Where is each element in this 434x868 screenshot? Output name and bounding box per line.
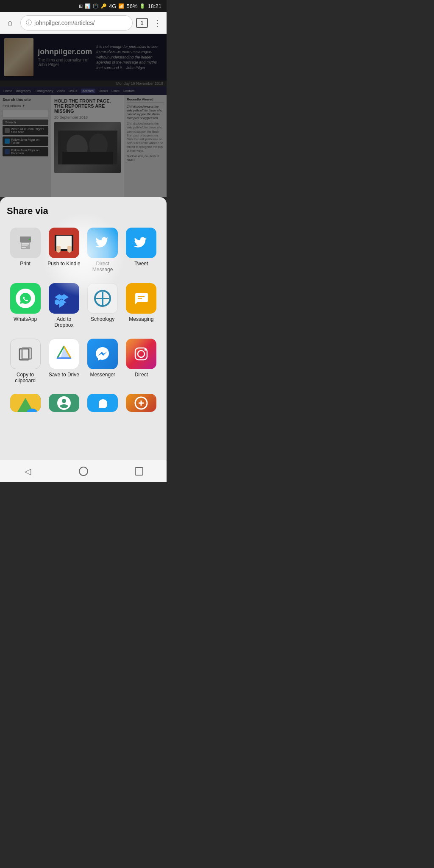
app-item-partial-1[interactable] (7, 391, 44, 415)
whatsapp-label: WhatsApp (14, 316, 37, 322)
battery-percent: 56% (126, 3, 137, 9)
app-item-schoology[interactable]: Schoology (84, 281, 121, 331)
messenger-label: Messenger (90, 372, 115, 378)
twitter-dm-icon (87, 228, 118, 258)
vibrate-icon: 📳 (93, 3, 99, 9)
drive-label: Save to Drive (49, 372, 79, 378)
instagram-icon (126, 339, 156, 369)
svg-point-29 (145, 349, 146, 351)
app-item-kindle[interactable]: Push to Kindle (45, 225, 82, 275)
partial-icon-1 (10, 394, 41, 412)
instagram-label: Direct (135, 372, 148, 378)
svg-rect-18 (19, 349, 29, 360)
app-grid-row1: Print Push to Kindle (7, 225, 160, 275)
drive-icon (49, 339, 79, 369)
app-item-dropbox[interactable]: Add to Dropbox (45, 281, 82, 331)
app-item-messenger[interactable]: Messenger (84, 336, 121, 387)
stats-icon: 📊 (85, 3, 91, 9)
clipboard-icon (10, 339, 41, 369)
status-bar: ⊞ 📊 📳 🔑 4G 📶 56% 🔋 18:21 (0, 0, 167, 12)
kindle-book-shape (55, 235, 73, 251)
menu-button[interactable]: ⋮ (151, 18, 163, 28)
home-nav-button[interactable] (73, 463, 94, 480)
tweet-icon (126, 228, 156, 258)
home-button[interactable]: ⌂ (3, 16, 17, 30)
svg-rect-7 (22, 245, 28, 246)
kindle-icon (49, 228, 79, 258)
dropbox-label: Add to Dropbox (46, 316, 81, 328)
schoology-icon (87, 283, 118, 314)
gallery-icon: ⊞ (79, 3, 83, 9)
svg-rect-8 (22, 247, 26, 248)
recents-button[interactable] (129, 463, 149, 480)
svg-point-28 (138, 351, 145, 357)
tweet-label: Tweet (134, 261, 148, 267)
app-item-messaging[interactable]: Messaging (123, 281, 160, 331)
whatsapp-inner (16, 289, 35, 308)
messenger-icon (87, 339, 118, 369)
svg-point-9 (29, 239, 31, 240)
share-sheet: Share via (0, 197, 167, 460)
dm-label: Direct Message (85, 261, 120, 273)
time-display: 18:21 (147, 3, 161, 9)
back-button[interactable]: ◁ (18, 463, 38, 480)
network-type: 4G (109, 3, 116, 9)
website-area: johnpilger.com The films and journalism … (0, 34, 167, 197)
overlay-dim (0, 34, 167, 197)
share-title: Share via (7, 206, 160, 217)
browser-chrome: ⌂ ⓘ johnpilger.com/articles/ 1 ⋮ (0, 12, 167, 34)
partial-icon-2 (49, 394, 79, 412)
kindle-label: Push to Kindle (47, 261, 80, 267)
messaging-icon (126, 283, 156, 314)
url-text: johnpilger.com/articles/ (34, 19, 95, 26)
status-icons: ⊞ 📊 📳 🔑 4G 📶 56% 🔋 18:21 (79, 3, 161, 9)
clipboard-label: Copy to clipboard (8, 372, 43, 384)
app-item-partial-4[interactable] (123, 391, 160, 415)
svg-rect-19 (22, 348, 31, 359)
dropbox-icon (49, 283, 79, 314)
app-item-partial-2[interactable] (45, 391, 82, 415)
partial-icon-3 (87, 394, 118, 412)
app-item-print[interactable]: Print (7, 225, 44, 275)
battery-icon: 🔋 (139, 3, 145, 9)
svg-rect-35 (135, 467, 143, 475)
whatsapp-icon (10, 283, 41, 314)
info-icon: ⓘ (26, 19, 32, 27)
svg-marker-11 (55, 294, 64, 300)
partial-icon-4 (126, 394, 156, 412)
schoology-label: Schoology (91, 316, 114, 322)
svg-point-34 (79, 467, 88, 476)
app-item-partial-3[interactable] (84, 391, 121, 415)
print-icon (10, 228, 41, 258)
app-item-dm[interactable]: Direct Message (84, 225, 121, 275)
navigation-bar: ◁ (0, 460, 167, 482)
tabs-button[interactable]: 1 (136, 18, 148, 28)
url-bar[interactable]: ⓘ johnpilger.com/articles/ (20, 15, 133, 31)
app-item-instagram[interactable]: Direct (123, 336, 160, 387)
app-item-clipboard[interactable]: Copy to clipboard (7, 336, 44, 387)
print-label: Print (20, 261, 31, 267)
app-item-tweet[interactable]: Tweet (123, 225, 160, 275)
app-row-1: Print Push to Kindle (7, 225, 160, 275)
signal-icon: 📶 (118, 3, 124, 9)
app-item-whatsapp[interactable]: WhatsApp (7, 281, 44, 331)
messaging-label: Messaging (129, 316, 153, 322)
app-grid-row2: WhatsApp Add to Dropbox (7, 281, 160, 331)
svg-rect-6 (22, 243, 29, 245)
app-grid-row4 (7, 391, 160, 415)
app-item-drive[interactable]: Save to Drive (45, 336, 82, 387)
key-icon: 🔑 (101, 3, 107, 9)
app-grid-row3: Copy to clipboard Save to Drive (7, 336, 160, 387)
